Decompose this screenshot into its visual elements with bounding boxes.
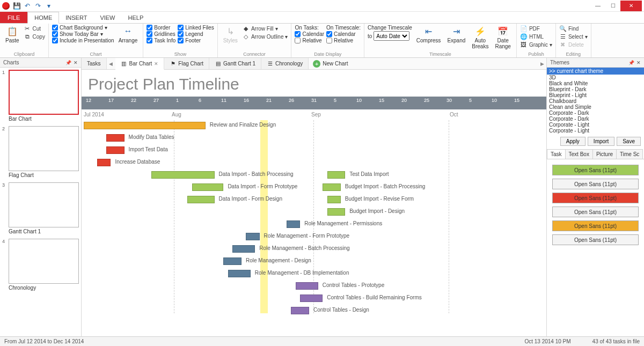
theme-option[interactable]: Clean and Simple bbox=[547, 104, 644, 110]
style-swatch[interactable]: Open Sans (11pt) bbox=[552, 234, 639, 245]
property-tab[interactable]: Time Sc bbox=[616, 149, 643, 159]
style-swatch[interactable]: Open Sans (11pt) bbox=[552, 179, 639, 189]
delete-button[interactable]: ✖Delete bbox=[559, 41, 588, 48]
legend-check[interactable]: Legend bbox=[178, 31, 214, 37]
save-theme-button[interactable]: Save bbox=[617, 137, 641, 146]
linked-files-check[interactable]: Linked Files bbox=[178, 25, 214, 31]
tab-nav-right-icon[interactable]: ▶ bbox=[538, 58, 546, 69]
menu-file[interactable]: FILE bbox=[0, 12, 27, 23]
theme-option[interactable]: >> current chart theme bbox=[547, 68, 644, 75]
tasks-relative-check[interactable]: Relative bbox=[295, 38, 324, 43]
pdf-button[interactable]: 📄PDF bbox=[520, 25, 552, 32]
apply-button[interactable]: Apply bbox=[560, 137, 586, 146]
chart-thumbnail[interactable] bbox=[9, 70, 79, 115]
task-bar[interactable] bbox=[223, 257, 241, 265]
graphic-button[interactable]: 🖼Graphic ▾ bbox=[520, 41, 552, 48]
task-bar[interactable] bbox=[187, 196, 214, 203]
task-bar[interactable] bbox=[84, 122, 206, 129]
style-swatch[interactable]: Open Sans (11pt) bbox=[552, 207, 639, 217]
theme-option[interactable]: 3D bbox=[547, 75, 644, 80]
menu-home[interactable]: HOME bbox=[27, 12, 59, 24]
theme-option[interactable]: Black and White bbox=[547, 80, 644, 86]
theme-option[interactable]: Corporate - Light bbox=[547, 122, 644, 128]
taskinfo-check[interactable]: Task Info bbox=[147, 38, 175, 43]
menu-view[interactable]: VIEW bbox=[93, 12, 121, 23]
minimize-button[interactable]: — bbox=[590, 1, 605, 11]
save-icon[interactable]: 💾 bbox=[13, 2, 20, 10]
arrow-fill-button[interactable]: ◆Arrow Fill ▾ bbox=[242, 25, 288, 32]
pin-icon[interactable]: 📌 bbox=[65, 60, 71, 65]
task-bar[interactable] bbox=[327, 208, 346, 216]
close-button[interactable]: ✕ bbox=[620, 1, 642, 11]
tab-close-icon[interactable]: ✕ bbox=[154, 61, 158, 67]
border-check[interactable]: Border bbox=[147, 25, 175, 31]
task-bar[interactable] bbox=[106, 134, 125, 142]
task-bar[interactable] bbox=[97, 159, 111, 166]
undo-icon[interactable]: ↶ bbox=[24, 2, 31, 10]
tab-tasks[interactable]: Tasks bbox=[82, 58, 107, 69]
chart-thumbnail[interactable] bbox=[9, 239, 79, 284]
task-bar[interactable] bbox=[327, 196, 341, 203]
task-bar[interactable] bbox=[106, 146, 125, 154]
new-chart-button[interactable]: +New Chart bbox=[309, 58, 352, 69]
style-swatch[interactable]: Open Sans (11pt) bbox=[552, 220, 639, 231]
property-tab[interactable]: Text Box bbox=[565, 149, 593, 159]
menu-insert[interactable]: INSERT bbox=[59, 12, 93, 23]
theme-list[interactable]: >> current chart theme3DBlack and WhiteB… bbox=[547, 68, 644, 134]
property-tab[interactable]: Picture bbox=[592, 149, 617, 159]
date-range-button[interactable]: 📅Date Range bbox=[493, 25, 513, 50]
tab-bar-chart[interactable]: ▥Bar Chart✕ bbox=[115, 58, 165, 70]
auto-breaks-button[interactable]: ⚡Auto Breaks bbox=[470, 25, 491, 50]
select-button[interactable]: ☰Select ▾ bbox=[559, 33, 588, 40]
theme-option[interactable]: Chalkboard bbox=[547, 98, 644, 104]
timescale-calendar-check[interactable]: Calendar bbox=[326, 31, 361, 37]
style-swatch[interactable]: Open Sans (11pt) bbox=[552, 165, 639, 175]
tab-nav-left-icon[interactable]: ◀ bbox=[107, 58, 115, 69]
style-swatch[interactable]: Open Sans (11pt) bbox=[552, 193, 639, 203]
task-bar[interactable] bbox=[151, 171, 215, 179]
menu-help[interactable]: HELP bbox=[122, 12, 150, 23]
styles-button[interactable]: ↳Styles bbox=[221, 25, 240, 45]
copy-button[interactable]: ⧉Copy bbox=[24, 33, 45, 40]
maximize-button[interactable]: ☐ bbox=[605, 1, 620, 11]
chart-canvas[interactable]: Project Plan Timeline 121722271611162126… bbox=[82, 70, 546, 336]
task-bar[interactable] bbox=[323, 183, 341, 191]
task-bar[interactable] bbox=[300, 295, 323, 302]
theme-option[interactable]: Corporate - Light bbox=[547, 128, 644, 134]
auto-date-select[interactable]: Auto Date bbox=[374, 31, 409, 41]
close-pane-icon[interactable]: ✕ bbox=[74, 60, 78, 65]
pin-icon[interactable]: 📌 bbox=[628, 60, 634, 65]
expand-button[interactable]: ⇥Expand bbox=[445, 25, 467, 45]
compress-button[interactable]: ⇤Compress bbox=[414, 25, 443, 45]
theme-option[interactable]: Blueprint - Dark bbox=[547, 86, 644, 92]
show-today-bar-check[interactable]: Show Today Bar ▾ bbox=[52, 31, 114, 37]
task-bar[interactable] bbox=[228, 270, 251, 277]
cut-button[interactable]: ✂Cut bbox=[24, 25, 45, 32]
paste-button[interactable]: 📋Paste bbox=[3, 25, 21, 45]
arrow-outline-button[interactable]: ◇Arrow Outline ▾ bbox=[242, 33, 288, 40]
chart-background-check[interactable]: Chart Background ▾ bbox=[52, 25, 114, 31]
task-bar[interactable] bbox=[296, 282, 318, 290]
task-bar[interactable] bbox=[327, 171, 346, 179]
redo-icon[interactable]: ↷ bbox=[34, 2, 42, 10]
import-button[interactable]: Import bbox=[588, 137, 614, 146]
timescale-relative-check[interactable]: Relative bbox=[326, 38, 361, 43]
theme-option[interactable]: Corporate - Dark bbox=[547, 110, 644, 116]
arrange-button[interactable]: ↔Arrange bbox=[116, 25, 140, 45]
chart-thumbnail[interactable] bbox=[9, 126, 79, 171]
task-bar[interactable] bbox=[232, 245, 255, 253]
chart-thumbnail[interactable] bbox=[9, 182, 79, 227]
close-pane-icon[interactable]: ✕ bbox=[636, 60, 641, 65]
property-tab[interactable]: Task bbox=[547, 149, 566, 159]
footer-check[interactable]: Footer bbox=[178, 38, 214, 43]
tasks-calendar-check[interactable]: Calendar bbox=[295, 31, 324, 37]
task-bar[interactable] bbox=[192, 183, 224, 191]
theme-option[interactable]: Blueprint - Light bbox=[547, 92, 644, 98]
task-bar[interactable] bbox=[246, 233, 259, 240]
html-button[interactable]: 🌐HTML bbox=[520, 33, 552, 40]
task-bar[interactable] bbox=[291, 307, 309, 314]
theme-option[interactable]: Corporate - Dark bbox=[547, 116, 644, 122]
tab-gantt-chart[interactable]: ▤Gantt Chart 1 bbox=[209, 58, 261, 69]
gridlines-check[interactable]: Gridlines bbox=[147, 31, 175, 37]
find-button[interactable]: 🔍Find bbox=[559, 25, 588, 32]
